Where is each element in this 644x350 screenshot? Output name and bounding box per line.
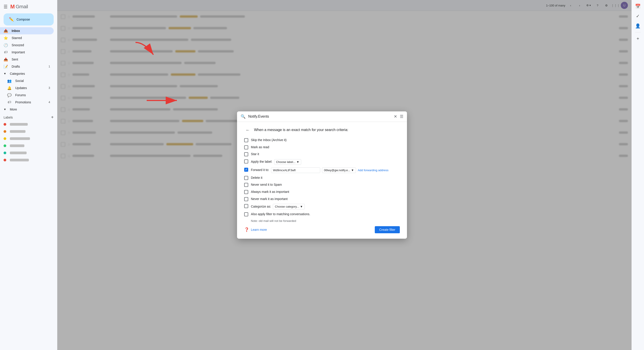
label-name-5 [10, 152, 26, 154]
categorize-checkbox[interactable] [244, 204, 248, 208]
mark-read-label: Mark as read [251, 145, 269, 150]
create-filter-button[interactable]: Create filter [375, 226, 400, 233]
add-panel-icon[interactable]: + [634, 34, 642, 43]
mark-read-checkbox[interactable] [244, 145, 248, 149]
sidebar: ☰ M Gmail ✏️ Compose 📥 Inbox ⭐ Starred 🕐… [0, 0, 57, 350]
sidebar-item-snoozed[interactable]: 🕐 Snoozed [0, 41, 54, 49]
important-label: Important [12, 50, 50, 54]
dialog-footer: ❓ Learn more Create filter [244, 226, 400, 233]
sidebar-item-sent[interactable]: 📤 Sent [0, 56, 54, 63]
always-important-checkbox[interactable] [244, 190, 248, 194]
sidebar-item-starred[interactable]: ⭐ Starred [0, 34, 54, 41]
label-color-dot-4 [4, 145, 6, 147]
labels-add-button[interactable]: + [51, 115, 54, 120]
label-item-2[interactable] [0, 128, 54, 135]
sidebar-item-important[interactable]: 🏷 Important [0, 49, 54, 56]
skip-inbox-checkbox[interactable] [244, 138, 248, 142]
gmail-logo: M Gmail [10, 3, 28, 10]
label-item-5[interactable] [0, 149, 54, 157]
inbox-icon: 📥 [4, 29, 8, 33]
filter-option-delete: Delete it [244, 176, 400, 180]
never-important-checkbox[interactable] [244, 197, 248, 201]
label-name-1 [10, 123, 28, 126]
tasks-panel-icon[interactable]: ✓ [634, 11, 642, 20]
sidebar-item-drafts[interactable]: 📝 Drafts 1 [0, 63, 54, 70]
star-it-label: Star it [251, 152, 259, 157]
never-spam-checkbox[interactable] [244, 183, 248, 187]
back-button[interactable]: ← [244, 126, 251, 134]
label-item-3[interactable] [0, 135, 54, 142]
forward-note: Note: old mail will not be forwarded [251, 219, 400, 222]
never-spam-label: Never send it to Spam [251, 183, 282, 187]
forums-label: Forums [15, 93, 50, 97]
gmail-logo-text: Gmail [16, 4, 28, 9]
forward-label-text: Forward it to: [251, 168, 269, 173]
always-important-label: Always mark it as important [251, 190, 289, 194]
category-select[interactable]: Choose category... ▼ [273, 204, 305, 209]
dialog-title: When a message is an exact match for you… [254, 128, 348, 132]
also-apply-checkbox[interactable] [244, 212, 248, 216]
label-select-value: Choose label... [276, 160, 296, 164]
filter-option-skip-inbox: Skip the Inbox (Archive it) [244, 138, 400, 142]
social-icon: 👥 [7, 79, 12, 83]
sidebar-item-updates[interactable]: 🔔 Updates 3 [0, 84, 54, 92]
hamburger-icon[interactable]: ☰ [4, 4, 8, 9]
never-important-label: Never mark it as important [251, 197, 288, 201]
labels-title: Labels [4, 116, 13, 119]
sidebar-item-inbox[interactable]: 📥 Inbox [0, 27, 54, 34]
label-item-4[interactable] [0, 142, 54, 149]
promotions-count: 4 [48, 101, 50, 104]
label-item-6[interactable] [0, 157, 54, 164]
categories-label: Categories [10, 72, 25, 75]
contacts-panel-icon[interactable]: 👤 [634, 21, 642, 30]
social-label: Social [15, 79, 50, 83]
dialog-options-icon[interactable]: ☰ [400, 114, 404, 119]
label-item-1[interactable] [0, 121, 54, 128]
apply-label-checkbox[interactable] [244, 159, 248, 164]
snoozed-icon: 🕐 [4, 43, 8, 47]
compose-button[interactable]: ✏️ Compose [4, 13, 54, 25]
filter-option-mark-read: Mark as read [244, 145, 400, 150]
forward-email-arrow: ▼ [351, 169, 354, 172]
sidebar-item-promotions[interactable]: 🏷 Promotions 4 [0, 99, 54, 106]
right-panel-divider [635, 32, 641, 32]
add-forwarding-link[interactable]: Add forwarding address [358, 169, 388, 172]
forward-email-select[interactable]: 06lwy@gw.notify.e... ▼ [322, 168, 356, 173]
drafts-icon: 📝 [4, 64, 8, 69]
forward-text-input[interactable] [271, 168, 320, 173]
label-color-dot-5 [4, 152, 6, 154]
snoozed-label: Snoozed [12, 43, 50, 47]
updates-icon: 🔔 [7, 86, 12, 90]
delete-it-checkbox[interactable] [244, 176, 248, 180]
labels-section-header: Labels + [0, 113, 57, 121]
category-select-arrow: ▼ [300, 205, 303, 208]
filter-option-never-important: Never mark it as important [244, 197, 400, 201]
sidebar-header: ☰ M Gmail [0, 2, 57, 13]
sidebar-item-forums[interactable]: 💬 Forums [0, 92, 54, 99]
label-name-2 [10, 130, 26, 133]
promotions-label: Promotions [15, 100, 45, 104]
filter-option-categorize: Categorize as: Choose category... ▼ [244, 204, 400, 209]
star-it-checkbox[interactable] [244, 152, 248, 156]
label-select-arrow: ▼ [296, 160, 299, 164]
help-icon[interactable]: ❓ [244, 227, 249, 232]
filter-option-star-it: Star it [244, 152, 400, 157]
forward-checkbox[interactable] [244, 168, 248, 172]
calendar-panel-icon[interactable]: 📅 [634, 2, 642, 11]
right-panel: 📅 ✓ 👤 + [632, 0, 644, 350]
important-icon: 🏷 [4, 50, 8, 54]
label-name-4 [10, 145, 24, 147]
category-select-value: Choose category... [275, 205, 299, 208]
also-apply-label: Also apply filter to matching conversati… [251, 212, 310, 216]
dialog-search-input[interactable] [248, 115, 391, 119]
apply-label-row: Apply the label: Choose label... ▼ [251, 159, 301, 165]
learn-more-link[interactable]: Learn more [251, 228, 267, 231]
sent-icon: 📤 [4, 57, 8, 62]
more-label: More [10, 108, 17, 111]
more-section[interactable]: ▼ More [0, 106, 57, 113]
sidebar-item-social[interactable]: 👥 Social [0, 77, 54, 84]
categories-header[interactable]: ▼ Categories [0, 70, 57, 77]
label-select[interactable]: Choose label... ▼ [274, 159, 302, 165]
label-color-dot-3 [4, 137, 6, 140]
dialog-close-icon[interactable]: ✕ [394, 114, 397, 119]
